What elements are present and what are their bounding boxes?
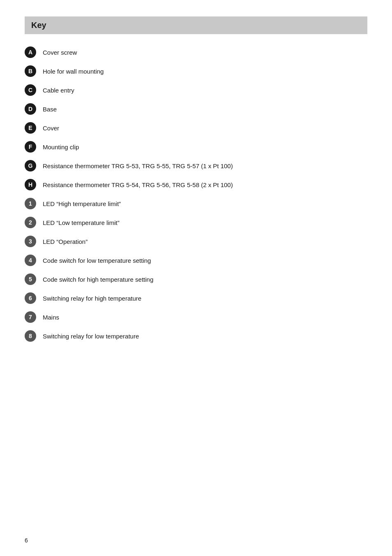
badge-e: E: [25, 122, 36, 134]
key-item-4: 4Code switch for low temperature setting: [25, 255, 367, 266]
key-text-5: Code switch for high temperature setting: [43, 276, 153, 283]
key-text-c: Cable entry: [43, 87, 74, 94]
badge-7: 7: [25, 311, 36, 323]
badge-h: H: [25, 179, 36, 190]
key-item-3: 3LED “Operation”: [25, 236, 367, 247]
key-text-g: Resistance thermometer TRG 5-53, TRG 5-5…: [43, 162, 233, 169]
badge-c: C: [25, 84, 36, 96]
key-text-6: Switching relay for high temperature: [43, 295, 141, 302]
key-text-e: Cover: [43, 125, 59, 132]
key-item-g: GResistance thermometer TRG 5-53, TRG 5-…: [25, 160, 367, 171]
badge-5: 5: [25, 273, 36, 285]
key-text-2: LED “Low temperature limit”: [43, 219, 120, 226]
badge-a: A: [25, 46, 36, 58]
key-text-f: Mounting clip: [43, 144, 79, 151]
badge-4: 4: [25, 255, 36, 266]
key-item-b: BHole for wall mounting: [25, 65, 367, 77]
badge-b: B: [25, 65, 36, 77]
key-text-4: Code switch for low temperature setting: [43, 257, 151, 264]
key-item-7: 7Mains: [25, 311, 367, 323]
key-text-7: Mains: [43, 314, 59, 321]
badge-d: D: [25, 103, 36, 115]
key-item-8: 8Switching relay for low temperature: [25, 330, 367, 342]
header-bar: Key: [25, 16, 367, 34]
key-item-1: 1LED “High temperature limit”: [25, 198, 367, 209]
key-text-a: Cover screw: [43, 49, 77, 56]
key-text-3: LED “Operation”: [43, 238, 88, 245]
key-list: ACover screwBHole for wall mountingCCabl…: [25, 46, 367, 342]
key-item-a: ACover screw: [25, 46, 367, 58]
badge-6: 6: [25, 292, 36, 304]
page: Key ACover screwBHole for wall mountingC…: [0, 0, 392, 556]
key-text-8: Switching relay for low temperature: [43, 333, 139, 340]
key-item-f: FMounting clip: [25, 141, 367, 153]
key-item-2: 2LED “Low temperature limit”: [25, 217, 367, 228]
badge-8: 8: [25, 330, 36, 342]
page-title: Key: [31, 21, 361, 30]
key-item-d: DBase: [25, 103, 367, 115]
key-text-h: Resistance thermometer TRG 5-54, TRG 5-5…: [43, 181, 233, 188]
badge-3: 3: [25, 236, 36, 247]
key-item-6: 6Switching relay for high temperature: [25, 292, 367, 304]
key-text-b: Hole for wall mounting: [43, 68, 104, 75]
badge-g: G: [25, 160, 36, 171]
key-text-1: LED “High temperature limit”: [43, 200, 121, 207]
key-item-c: CCable entry: [25, 84, 367, 96]
page-number: 6: [25, 537, 28, 544]
key-item-e: ECover: [25, 122, 367, 134]
badge-f: F: [25, 141, 36, 153]
badge-2: 2: [25, 217, 36, 228]
key-item-h: HResistance thermometer TRG 5-54, TRG 5-…: [25, 179, 367, 190]
key-text-d: Base: [43, 106, 57, 113]
key-item-5: 5Code switch for high temperature settin…: [25, 273, 367, 285]
badge-1: 1: [25, 198, 36, 209]
